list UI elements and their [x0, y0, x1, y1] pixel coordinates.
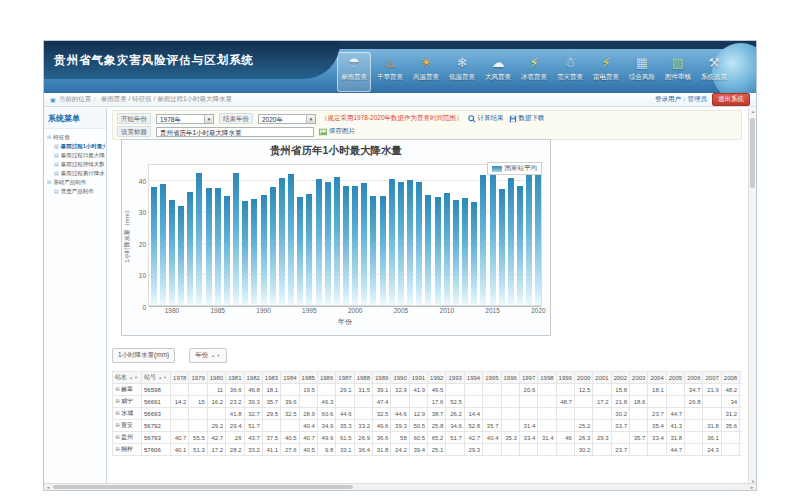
year-column-header[interactable]: 2006	[685, 372, 703, 384]
year-column-header[interactable]: 1979	[189, 372, 207, 384]
sidebar-item[interactable]: ⊟特征值	[45, 133, 105, 142]
expand-row-icon[interactable]: ⊕	[115, 446, 120, 452]
year-column-header[interactable]: 1997	[519, 372, 537, 384]
year-column-header[interactable]: 2009	[740, 372, 742, 384]
vertical-scrollbar[interactable]: ▲ ▼	[748, 108, 756, 485]
year-column-header[interactable]: 2004	[648, 372, 666, 384]
download-button[interactable]: 数据下载	[509, 114, 545, 123]
year-column-header[interactable]: 1987	[336, 372, 354, 384]
expand-row-icon[interactable]: ⊕	[115, 410, 120, 416]
sidebar-item[interactable]: ▤暴雨过程1小时最大降水量	[45, 142, 105, 151]
year-column-header[interactable]: 1995	[483, 372, 501, 384]
vertical-scrollbar-thumb[interactable]	[750, 118, 755, 188]
nav-item-high-temp[interactable]: ☀高温普查	[409, 52, 443, 92]
year-column-header[interactable]: 2007	[703, 372, 721, 384]
year-column-header[interactable]: 1998	[538, 372, 556, 384]
tree-collapse-icon[interactable]: ⊟	[47, 133, 51, 142]
year-column-header[interactable]: 1993	[446, 372, 464, 384]
value-cell: 12.5	[574, 384, 592, 396]
value-cell	[281, 420, 299, 432]
value-cell	[593, 420, 611, 432]
chevron-down-icon[interactable]: ▼	[306, 115, 315, 123]
set-title-label: 设置标题	[117, 126, 151, 137]
sidebar-item[interactable]: ▤普查产品制作	[45, 187, 105, 196]
tree-collapse-icon[interactable]: ⊟	[47, 178, 51, 187]
year-column-header[interactable]: 1981	[226, 372, 244, 384]
save-image-button[interactable]: 保存图片	[319, 127, 355, 136]
expand-row-icon[interactable]: ⊕	[115, 422, 120, 428]
nav-item-label: 综合风险	[629, 73, 655, 82]
year-column-header[interactable]: 1980	[207, 372, 225, 384]
nav-item-system-settings[interactable]: ⚒系统设置	[697, 52, 731, 92]
year-column-header[interactable]: 1985	[299, 372, 317, 384]
nav-item-snow[interactable]: ☃雪灾普查	[553, 52, 587, 92]
scroll-left-icon[interactable]: ◄	[44, 484, 52, 491]
chart-legend[interactable]: 国家站平均	[487, 162, 543, 175]
logout-button[interactable]: 退出系统	[712, 93, 750, 106]
year-column-header[interactable]: 2003	[630, 372, 648, 384]
pivot-measure[interactable]: 1小时降水量(mm)	[112, 348, 175, 363]
sidebar-item[interactable]: ▤暴雨过程累计降水量	[45, 169, 105, 178]
end-year-select[interactable]: 2020年 ▼	[258, 114, 316, 124]
value-cell: 28.9	[299, 408, 317, 420]
year-column-header[interactable]: 1984	[281, 372, 299, 384]
year-column-header[interactable]: 1990	[391, 372, 409, 384]
value-cell: 34.9	[317, 420, 335, 432]
year-column-header[interactable]: 1994	[464, 372, 482, 384]
sort-icons[interactable]: ▲▼	[127, 375, 139, 380]
sidebar-item[interactable]: ▤暴雨过程持续天数	[45, 160, 105, 169]
year-column-header[interactable]: 1983	[262, 372, 280, 384]
scroll-right-icon[interactable]: ►	[748, 484, 756, 491]
year-column-header[interactable]: 1982	[244, 372, 262, 384]
sort-icons[interactable]: ▲▼	[156, 375, 168, 380]
nav-item-hail[interactable]: ⚡冰雹普查	[517, 52, 551, 92]
nav-item-label: 高温普查	[413, 73, 439, 82]
nav-item-map-review[interactable]: ▧图件审核	[661, 52, 695, 92]
pivot-column-field[interactable]: 年份 ▲▼	[189, 348, 227, 363]
sidebar-item[interactable]: ▤暴雨过程日最大降水量	[45, 151, 105, 160]
column-header-station-name[interactable]: 站名 ▲▼	[113, 372, 142, 384]
value-cell	[740, 420, 742, 432]
bar	[279, 178, 285, 305]
horizontal-scrollbar-thumb[interactable]	[53, 485, 353, 489]
nav-item-lightning[interactable]: ⚡雷电普查	[589, 52, 623, 92]
chart-title-input[interactable]: 贵州省历年1小时最大降水量	[156, 127, 314, 137]
column-header-station-id[interactable]: 站号 ▲▼	[142, 372, 171, 384]
year-column-header[interactable]: 1999	[556, 372, 574, 384]
year-column-header[interactable]: 1992	[428, 372, 446, 384]
year-column-header[interactable]: 2005	[666, 372, 684, 384]
nav-item-comprehensive-risk[interactable]: ▦综合风险	[625, 52, 659, 92]
expand-row-icon[interactable]: ⊕	[115, 434, 120, 440]
scroll-up-icon[interactable]: ▲	[749, 108, 757, 115]
year-column-header[interactable]: 1986	[317, 372, 335, 384]
expand-row-icon[interactable]: ⊕	[115, 386, 120, 392]
nav-item-wind[interactable]: ☁大风普查	[481, 52, 515, 92]
year-column-header[interactable]: 2008	[721, 372, 739, 384]
expand-row-icon[interactable]: ⊕	[115, 398, 120, 404]
year-column-header[interactable]: 1988	[354, 372, 372, 384]
sort-icons[interactable]: ▲▼	[211, 353, 221, 358]
sidebar-item[interactable]: ⊟基础产品制作	[45, 178, 105, 187]
value-cell	[630, 444, 648, 456]
year-column-header[interactable]: 2002	[611, 372, 629, 384]
year-column-header[interactable]: 1989	[373, 372, 391, 384]
value-cell	[685, 432, 703, 444]
year-column-header[interactable]: 1978	[171, 372, 189, 384]
start-year-select[interactable]: 1978年 ▼	[156, 114, 214, 124]
year-column-header[interactable]: 1991	[409, 372, 427, 384]
nav-item-rainstorm[interactable]: ☂暴雨普查	[337, 52, 371, 92]
chevron-down-icon[interactable]: ▼	[204, 115, 213, 123]
value-cell	[556, 384, 574, 396]
year-column-header[interactable]: 1996	[501, 372, 519, 384]
y-tick-label: 30	[139, 209, 146, 216]
year-column-header[interactable]: 2000	[574, 372, 592, 384]
nav-item-low-temp[interactable]: ❄低温普查	[445, 52, 479, 92]
year-column-header[interactable]: 2001	[593, 372, 611, 384]
horizontal-scrollbar[interactable]: ◄ ►	[44, 483, 756, 490]
nav-item-drought[interactable]: ♨干旱普查	[373, 52, 407, 92]
bar	[435, 197, 441, 305]
bar	[380, 196, 386, 305]
calculate-button[interactable]: 计算结果	[468, 114, 504, 123]
value-cell	[574, 396, 592, 408]
bar	[325, 182, 331, 305]
